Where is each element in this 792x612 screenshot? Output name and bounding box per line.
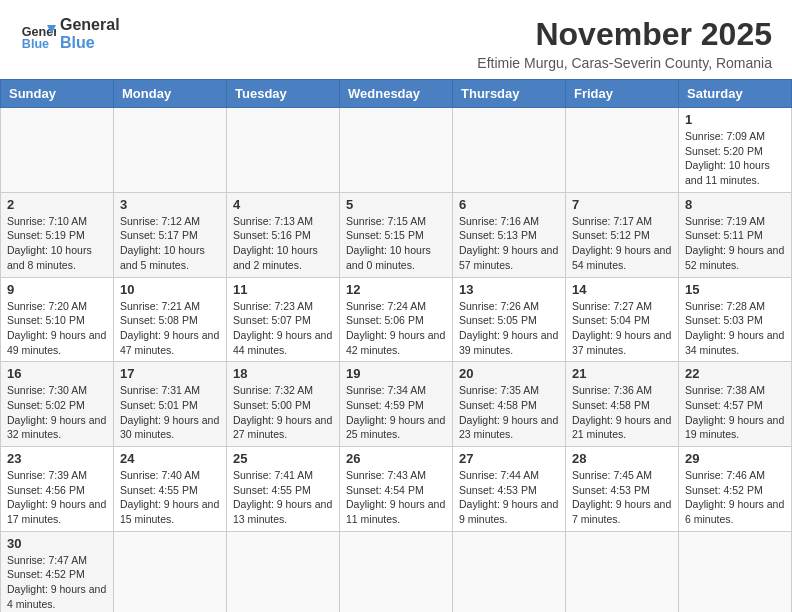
calendar-cell: [227, 531, 340, 612]
day-number: 8: [685, 197, 785, 212]
day-number: 1: [685, 112, 785, 127]
day-number: 3: [120, 197, 220, 212]
day-number: 25: [233, 451, 333, 466]
svg-text:Blue: Blue: [22, 37, 49, 51]
day-info: Sunrise: 7:27 AM Sunset: 5:04 PM Dayligh…: [572, 299, 672, 358]
day-info: Sunrise: 7:31 AM Sunset: 5:01 PM Dayligh…: [120, 383, 220, 442]
day-info: Sunrise: 7:28 AM Sunset: 5:03 PM Dayligh…: [685, 299, 785, 358]
calendar-cell: 11Sunrise: 7:23 AM Sunset: 5:07 PM Dayli…: [227, 277, 340, 362]
day-header-tuesday: Tuesday: [227, 80, 340, 108]
calendar-cell: [453, 531, 566, 612]
day-info: Sunrise: 7:10 AM Sunset: 5:19 PM Dayligh…: [7, 214, 107, 273]
day-header-thursday: Thursday: [453, 80, 566, 108]
logo-blue: Blue: [60, 34, 120, 52]
calendar-cell: [679, 531, 792, 612]
calendar-cell: 3Sunrise: 7:12 AM Sunset: 5:17 PM Daylig…: [114, 192, 227, 277]
day-info: Sunrise: 7:44 AM Sunset: 4:53 PM Dayligh…: [459, 468, 559, 527]
day-info: Sunrise: 7:12 AM Sunset: 5:17 PM Dayligh…: [120, 214, 220, 273]
day-number: 24: [120, 451, 220, 466]
calendar-cell: 10Sunrise: 7:21 AM Sunset: 5:08 PM Dayli…: [114, 277, 227, 362]
day-info: Sunrise: 7:17 AM Sunset: 5:12 PM Dayligh…: [572, 214, 672, 273]
page-header: General Blue General Blue November 2025 …: [0, 0, 792, 79]
day-header-sunday: Sunday: [1, 80, 114, 108]
calendar-week-row: 9Sunrise: 7:20 AM Sunset: 5:10 PM Daylig…: [1, 277, 792, 362]
calendar-cell: 23Sunrise: 7:39 AM Sunset: 4:56 PM Dayli…: [1, 447, 114, 532]
calendar-cell: 7Sunrise: 7:17 AM Sunset: 5:12 PM Daylig…: [566, 192, 679, 277]
calendar-cell: [340, 108, 453, 193]
day-number: 23: [7, 451, 107, 466]
day-number: 11: [233, 282, 333, 297]
calendar-cell: [227, 108, 340, 193]
day-number: 10: [120, 282, 220, 297]
day-number: 7: [572, 197, 672, 212]
day-info: Sunrise: 7:21 AM Sunset: 5:08 PM Dayligh…: [120, 299, 220, 358]
day-number: 20: [459, 366, 559, 381]
day-number: 17: [120, 366, 220, 381]
calendar-cell: 22Sunrise: 7:38 AM Sunset: 4:57 PM Dayli…: [679, 362, 792, 447]
day-info: Sunrise: 7:46 AM Sunset: 4:52 PM Dayligh…: [685, 468, 785, 527]
calendar-cell: 9Sunrise: 7:20 AM Sunset: 5:10 PM Daylig…: [1, 277, 114, 362]
calendar-cell: 18Sunrise: 7:32 AM Sunset: 5:00 PM Dayli…: [227, 362, 340, 447]
calendar-cell: [114, 108, 227, 193]
day-info: Sunrise: 7:43 AM Sunset: 4:54 PM Dayligh…: [346, 468, 446, 527]
calendar-cell: [453, 108, 566, 193]
calendar-cell: 6Sunrise: 7:16 AM Sunset: 5:13 PM Daylig…: [453, 192, 566, 277]
calendar-cell: 1Sunrise: 7:09 AM Sunset: 5:20 PM Daylig…: [679, 108, 792, 193]
day-info: Sunrise: 7:41 AM Sunset: 4:55 PM Dayligh…: [233, 468, 333, 527]
day-info: Sunrise: 7:16 AM Sunset: 5:13 PM Dayligh…: [459, 214, 559, 273]
day-number: 26: [346, 451, 446, 466]
month-title: November 2025: [477, 16, 772, 53]
calendar-cell: 30Sunrise: 7:47 AM Sunset: 4:52 PM Dayli…: [1, 531, 114, 612]
day-info: Sunrise: 7:20 AM Sunset: 5:10 PM Dayligh…: [7, 299, 107, 358]
calendar-cell: 24Sunrise: 7:40 AM Sunset: 4:55 PM Dayli…: [114, 447, 227, 532]
day-info: Sunrise: 7:24 AM Sunset: 5:06 PM Dayligh…: [346, 299, 446, 358]
day-info: Sunrise: 7:38 AM Sunset: 4:57 PM Dayligh…: [685, 383, 785, 442]
day-number: 29: [685, 451, 785, 466]
calendar-cell: 2Sunrise: 7:10 AM Sunset: 5:19 PM Daylig…: [1, 192, 114, 277]
calendar-cell: 17Sunrise: 7:31 AM Sunset: 5:01 PM Dayli…: [114, 362, 227, 447]
day-header-friday: Friday: [566, 80, 679, 108]
day-number: 6: [459, 197, 559, 212]
calendar-cell: [114, 531, 227, 612]
calendar-cell: 15Sunrise: 7:28 AM Sunset: 5:03 PM Dayli…: [679, 277, 792, 362]
calendar-cell: 16Sunrise: 7:30 AM Sunset: 5:02 PM Dayli…: [1, 362, 114, 447]
logo: General Blue General Blue: [20, 16, 120, 52]
day-number: 9: [7, 282, 107, 297]
day-header-saturday: Saturday: [679, 80, 792, 108]
day-number: 16: [7, 366, 107, 381]
day-number: 5: [346, 197, 446, 212]
day-info: Sunrise: 7:47 AM Sunset: 4:52 PM Dayligh…: [7, 553, 107, 612]
day-number: 15: [685, 282, 785, 297]
calendar-week-row: 16Sunrise: 7:30 AM Sunset: 5:02 PM Dayli…: [1, 362, 792, 447]
calendar-cell: 5Sunrise: 7:15 AM Sunset: 5:15 PM Daylig…: [340, 192, 453, 277]
calendar-cell: 21Sunrise: 7:36 AM Sunset: 4:58 PM Dayli…: [566, 362, 679, 447]
calendar-cell: 27Sunrise: 7:44 AM Sunset: 4:53 PM Dayli…: [453, 447, 566, 532]
day-number: 28: [572, 451, 672, 466]
day-header-wednesday: Wednesday: [340, 80, 453, 108]
day-info: Sunrise: 7:45 AM Sunset: 4:53 PM Dayligh…: [572, 468, 672, 527]
day-number: 30: [7, 536, 107, 551]
calendar-cell: [340, 531, 453, 612]
day-number: 22: [685, 366, 785, 381]
day-number: 21: [572, 366, 672, 381]
day-info: Sunrise: 7:23 AM Sunset: 5:07 PM Dayligh…: [233, 299, 333, 358]
calendar-cell: 26Sunrise: 7:43 AM Sunset: 4:54 PM Dayli…: [340, 447, 453, 532]
day-info: Sunrise: 7:36 AM Sunset: 4:58 PM Dayligh…: [572, 383, 672, 442]
day-info: Sunrise: 7:32 AM Sunset: 5:00 PM Dayligh…: [233, 383, 333, 442]
calendar-week-row: 1Sunrise: 7:09 AM Sunset: 5:20 PM Daylig…: [1, 108, 792, 193]
calendar-cell: [566, 108, 679, 193]
title-block: November 2025 Eftimie Murgu, Caras-Sever…: [477, 16, 772, 71]
day-info: Sunrise: 7:39 AM Sunset: 4:56 PM Dayligh…: [7, 468, 107, 527]
calendar-cell: 4Sunrise: 7:13 AM Sunset: 5:16 PM Daylig…: [227, 192, 340, 277]
calendar-header-row: SundayMondayTuesdayWednesdayThursdayFrid…: [1, 80, 792, 108]
calendar-cell: 14Sunrise: 7:27 AM Sunset: 5:04 PM Dayli…: [566, 277, 679, 362]
day-number: 27: [459, 451, 559, 466]
calendar-cell: 12Sunrise: 7:24 AM Sunset: 5:06 PM Dayli…: [340, 277, 453, 362]
calendar-week-row: 23Sunrise: 7:39 AM Sunset: 4:56 PM Dayli…: [1, 447, 792, 532]
calendar-cell: 28Sunrise: 7:45 AM Sunset: 4:53 PM Dayli…: [566, 447, 679, 532]
calendar-cell: 8Sunrise: 7:19 AM Sunset: 5:11 PM Daylig…: [679, 192, 792, 277]
day-info: Sunrise: 7:26 AM Sunset: 5:05 PM Dayligh…: [459, 299, 559, 358]
day-number: 14: [572, 282, 672, 297]
calendar-cell: [1, 108, 114, 193]
calendar-week-row: 30Sunrise: 7:47 AM Sunset: 4:52 PM Dayli…: [1, 531, 792, 612]
